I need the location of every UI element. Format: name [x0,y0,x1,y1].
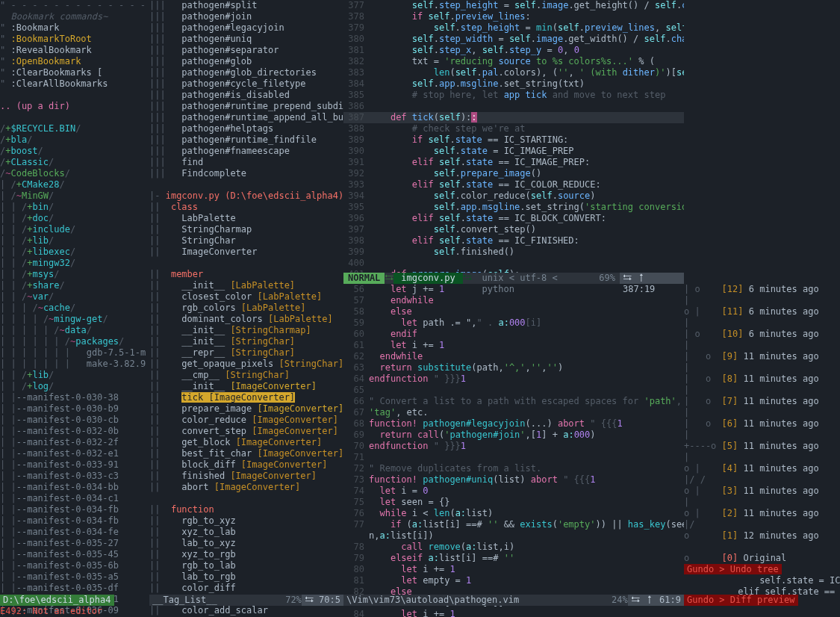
undo-node[interactable]: o | [2] 11 minutes ago [684,508,840,519]
undo-node[interactable]: | [684,340,840,351]
undo-node[interactable]: | [684,452,840,463]
tree-item[interactable]: | | /+include/ [0,224,149,235]
undo-node[interactable]: | o [7] 11 minutes ago [684,396,840,407]
tree-item[interactable]: | /~MinGW/ [0,190,149,202]
code-line[interactable]: 78 call remove(a:list,i) [343,542,684,553]
code-line[interactable]: 395 self.app.msgline.set_string('startin… [343,202,684,213]
tree-item[interactable]: | | /+libexec/ [0,247,149,258]
undo-node[interactable]: | [684,295,840,306]
tree-item[interactable]: | |--manifest-0-032-2f [0,437,149,448]
tree-item[interactable]: | | /+mingw32/ [0,258,149,269]
tree-item[interactable]: | |--manifest-0-034-fb [0,515,149,527]
function-item[interactable]: || color_diff [149,583,343,594]
tree-item[interactable]: | | /+lib/ [0,370,149,381]
tree-item[interactable]: | |--manifest-0-033-91 [0,459,149,471]
tree-item[interactable]: | | /+doc/ [0,213,149,224]
undo-node[interactable]: | o [12] 6 minutes ago [684,284,840,295]
tree-item[interactable]: | | | | | | /~packages/ [0,336,149,347]
code-line[interactable]: 399 self.finished() [343,247,684,258]
bookmark-cmd[interactable]: " :ClearBookmarks [ [0,67,149,78]
code-line[interactable]: 71 [343,452,684,463]
tree-item[interactable]: /~CodeBlocks/ [0,168,149,179]
tag-item[interactable]: ||| pathogen#cycle_filetype [149,78,343,90]
function-item[interactable]: || rgb_to_xyz [149,515,343,527]
tag-item[interactable]: ||| Findcomplete [149,168,343,179]
tree-item[interactable]: | |--manifest-0-033-c3 [0,471,149,482]
code-line[interactable]: 389 if self.state == IC_STARTING: [343,134,684,146]
code-line[interactable]: 383 len(self.pal.colors), ('', ' (with d… [343,67,684,78]
tag-item[interactable]: ||| pathogen#fnameescape [149,146,343,157]
member-item[interactable]: || rgb_colors [LabPalette] [149,303,343,314]
code-line[interactable]: 392 self.prepare_image() [343,168,684,179]
member-item[interactable]: || __init__ [LabPalette] [149,280,343,291]
undo-node[interactable] [684,542,840,553]
up-dir[interactable]: .. (up a dir) [0,101,149,112]
tree-item[interactable]: /+CLassic/ [0,157,149,168]
code-line[interactable]: 398 elif self.state == IC_FINISHED: [343,235,684,247]
code-line[interactable]: 62 endwhile [343,351,684,362]
code-line[interactable]: 72" Remove duplicates from a list. [343,463,684,474]
undo-node[interactable]: o | [3] 11 minutes ago [684,486,840,497]
tag-item[interactable]: ||| pathogen#helptags [149,123,343,134]
bookmark-cmd[interactable]: " :ClearAllBookmarks [0,78,149,90]
member-item[interactable]: || tick [ImageConverter] [149,392,343,403]
code-line[interactable]: 76 while i < len(a:list) [343,508,684,519]
function-item[interactable]: || xyz_to_lab [149,527,343,538]
code-line[interactable]: 382 txt = 'reducing source to %s colors%… [343,56,684,67]
tag-item[interactable]: ||| pathogen#runtime_append_all_bun [149,112,343,123]
member-item[interactable]: || best_fit_char [ImageConverter] [149,448,343,459]
code-line[interactable]: 400 [343,258,684,269]
code-line[interactable]: 388 # check step we're at [343,123,684,134]
code-line[interactable]: 63 return substitute(path,'^,','','') [343,362,684,373]
tag-item[interactable]: ||| pathogen#runtime_findfile [149,134,343,146]
code-line[interactable]: 74 let i = 0 [343,486,684,497]
code-line[interactable]: 378 if self.preview_lines: [343,11,684,22]
member-item[interactable]: || prepare_image [ImageConverter] [149,403,343,415]
undo-node[interactable]: | [684,407,840,418]
class-item[interactable]: || LabPalette [149,213,343,224]
member-item[interactable]: || finished [ImageConverter] [149,471,343,482]
member-item[interactable]: || __cmp__ [StringChar] [149,370,343,381]
class-item[interactable]: || StringCharmap [149,224,343,235]
tag-item[interactable]: ||| find [149,157,343,168]
code-line[interactable]: n,a:list[i]) [343,530,684,542]
function-item[interactable]: || rgb_to_lab [149,560,343,571]
code-line[interactable]: 387 def tick(self):: [343,112,684,123]
tag-item[interactable]: ||| pathogen#legacyjoin [149,22,343,34]
function-item[interactable]: || xyz_to_rgb [149,549,343,560]
code-line[interactable]: 65 [343,385,684,396]
tag-item[interactable]: ||| pathogen#is_disabled [149,90,343,101]
tree-item[interactable]: | | | | | /~data/ [0,325,149,336]
tree-item[interactable]: /+boost/ [0,146,149,157]
class-item[interactable]: || StringChar [149,235,343,247]
code-line[interactable]: 60 endif [343,329,684,340]
tree-item[interactable]: | |--manifest-0-030-38 [0,392,149,403]
code-line[interactable]: 393 elif self.state == IC_COLOR_REDUCE: [343,179,684,190]
tree-item[interactable]: | |--manifest-0-035-45 [0,549,149,560]
undo-node[interactable]: | o [9] 11 minutes ago [684,351,840,362]
undo-node[interactable]: | [684,317,840,329]
member-item[interactable]: || __init__ [StringCharmap] [149,325,343,336]
undo-node[interactable]: o [1] 12 minutes ago [684,530,840,542]
undo-node[interactable]: o [0] Original [684,553,840,564]
member-item[interactable]: || color_reduce [ImageConverter] [149,415,343,426]
tree-item[interactable]: | |--manifest-0-030-b9 [0,403,149,415]
code-line[interactable]: 377 self.step_height = self.image.get_he… [343,0,684,11]
tree-item[interactable]: | /+CMake28/ [0,179,149,190]
bookmark-cmd[interactable]: " :RevealBookmark [0,45,149,56]
tag-item[interactable]: ||| pathogen#glob_directories [149,67,343,78]
tree-item[interactable]: | | /~var/ [0,291,149,303]
code-line[interactable]: 384 self.app.msgline.set_string(txt) [343,78,684,90]
code-line[interactable]: 69 return call('pathogen#join',[1] + a:0… [343,430,684,441]
function-item[interactable]: || lab_to_rgb [149,571,343,583]
tree-item[interactable]: | |--manifest-0-035-6b [0,560,149,571]
function-item[interactable]: || lab_to_xyz [149,538,343,549]
code-line[interactable]: 58 else [343,306,684,317]
code-line[interactable]: 385 # stop here, let app tick and move t… [343,90,684,101]
member-item[interactable]: || dominant_colors [LabPalette] [149,314,343,325]
tree-item[interactable]: | |--manifest-0-032-0b [0,426,149,437]
code-line[interactable]: 386 [343,101,684,112]
member-item[interactable]: || get_block [ImageConverter] [149,437,343,448]
undo-node[interactable]: | [684,430,840,441]
code-line[interactable]: 67'tag', etc. [343,407,684,418]
